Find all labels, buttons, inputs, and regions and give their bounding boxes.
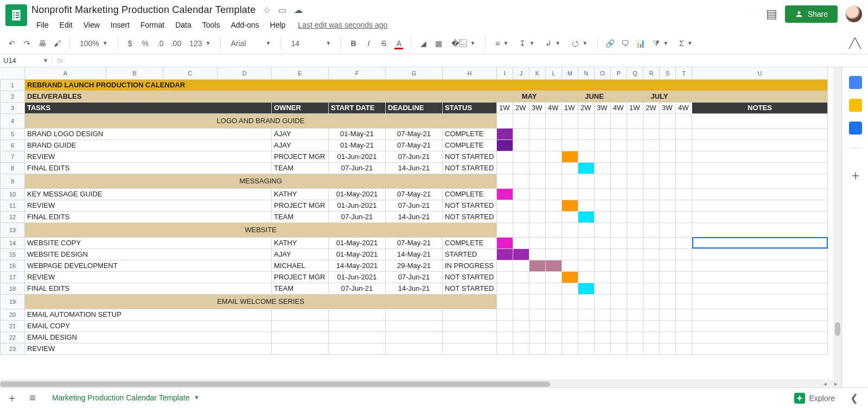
font-size-select[interactable]: 14▼ <box>286 36 335 51</box>
cell[interactable]: 16 <box>1 260 25 271</box>
cell[interactable] <box>643 162 660 174</box>
cell[interactable] <box>497 271 513 283</box>
cell[interactable] <box>660 139 676 151</box>
more-formats-select[interactable]: 123▼ <box>185 36 215 51</box>
cell[interactable] <box>611 200 627 211</box>
horizontal-scrollbar[interactable] <box>0 380 834 387</box>
cell[interactable] <box>562 320 578 331</box>
cell[interactable] <box>676 271 692 283</box>
cell[interactable]: 14-Jun-21 <box>386 162 443 174</box>
cell[interactable] <box>676 128 692 139</box>
cell[interactable] <box>676 174 692 188</box>
cell[interactable] <box>513 162 529 174</box>
cell[interactable] <box>692 188 828 200</box>
cell[interactable] <box>611 260 627 271</box>
cell[interactable]: COMPLETE <box>443 128 497 139</box>
sheet-nav-arrows[interactable]: ◂▸ <box>820 380 841 387</box>
cell[interactable]: 4W <box>546 102 562 113</box>
cell[interactable] <box>660 260 676 271</box>
cell[interactable] <box>562 222 578 237</box>
cell[interactable] <box>546 248 562 260</box>
comments-icon[interactable]: ▤ <box>766 7 777 21</box>
cell[interactable]: FINAL EDITS <box>25 162 272 174</box>
cell[interactable] <box>627 260 643 271</box>
cell[interactable] <box>627 113 643 128</box>
tasks-addon-icon[interactable] <box>849 122 862 135</box>
cell[interactable]: A <box>25 67 106 79</box>
cell[interactable] <box>660 151 676 162</box>
cell[interactable] <box>562 139 578 151</box>
cell[interactable] <box>578 320 595 331</box>
cell[interactable] <box>627 174 643 188</box>
cell[interactable] <box>497 283 513 294</box>
cell[interactable] <box>578 139 595 151</box>
cell[interactable]: D <box>218 67 272 79</box>
insert-link-icon[interactable]: 🔗 <box>603 36 616 51</box>
cell[interactable]: 07-Jun-21 <box>329 211 386 222</box>
cell[interactable] <box>578 248 595 260</box>
cell[interactable] <box>546 222 562 237</box>
cell[interactable] <box>611 139 627 151</box>
get-addons-icon[interactable]: ＋ <box>849 167 862 184</box>
cell[interactable] <box>595 211 611 222</box>
cell[interactable] <box>692 128 828 139</box>
cell[interactable] <box>692 200 828 211</box>
doc-title[interactable]: Nonprofit Marketing Production Calendar … <box>31 4 256 16</box>
cell[interactable] <box>578 128 595 139</box>
cell[interactable] <box>595 151 611 162</box>
horizontal-align-icon[interactable]: ≡▼ <box>491 36 513 51</box>
cell[interactable] <box>578 331 595 343</box>
cell[interactable] <box>443 320 497 331</box>
cell[interactable]: TEAM <box>272 211 329 222</box>
keep-addon-icon[interactable] <box>849 99 862 112</box>
cell[interactable] <box>660 320 676 331</box>
text-color-icon[interactable]: A <box>392 36 405 51</box>
cell[interactable] <box>643 200 660 211</box>
insert-comment-icon[interactable]: 🗨 <box>618 36 631 51</box>
menu-file[interactable]: File <box>31 20 54 30</box>
cell[interactable] <box>497 237 513 248</box>
cell[interactable]: 2W <box>513 102 529 113</box>
cell[interactable] <box>595 113 611 128</box>
cell[interactable] <box>692 294 828 309</box>
sheet-tab-menu-icon[interactable]: ▼ <box>194 394 199 400</box>
cell[interactable] <box>562 151 578 162</box>
cell[interactable] <box>578 260 595 271</box>
cell[interactable]: NOT STARTED <box>443 283 497 294</box>
cell[interactable]: IN PROGRESS <box>443 260 497 271</box>
cell[interactable] <box>529 294 546 309</box>
cell[interactable] <box>529 113 546 128</box>
cell[interactable] <box>643 294 660 309</box>
cell[interactable] <box>578 188 595 200</box>
cell[interactable] <box>546 151 562 162</box>
cell[interactable] <box>562 260 578 271</box>
cell[interactable] <box>676 211 692 222</box>
cell[interactable]: KATHY <box>272 188 329 200</box>
cell[interactable]: COMPLETE <box>443 237 497 248</box>
cell[interactable]: AJAY <box>272 128 329 139</box>
cell[interactable] <box>660 222 676 237</box>
cell[interactable] <box>660 343 676 354</box>
cell[interactable] <box>562 188 578 200</box>
cell[interactable]: P <box>611 67 627 79</box>
cell[interactable] <box>546 309 562 320</box>
cell[interactable] <box>595 260 611 271</box>
cell[interactable] <box>497 151 513 162</box>
cell[interactable]: 23 <box>1 343 25 354</box>
menu-edit[interactable]: Edit <box>55 20 78 30</box>
cell[interactable]: 4W <box>676 102 692 113</box>
cell[interactable] <box>546 128 562 139</box>
cell[interactable] <box>546 139 562 151</box>
cell[interactable]: MICHAEL <box>272 260 329 271</box>
cell[interactable] <box>546 211 562 222</box>
cell[interactable]: U <box>692 67 828 79</box>
cell[interactable] <box>595 294 611 309</box>
cell[interactable]: STARTED <box>443 248 497 260</box>
cell[interactable]: START DATE <box>329 102 386 113</box>
cell[interactable]: 7 <box>1 151 25 162</box>
cell[interactable]: TASKS <box>25 102 272 113</box>
cell[interactable] <box>692 331 828 343</box>
cell[interactable] <box>660 128 676 139</box>
cell[interactable] <box>595 128 611 139</box>
cell[interactable] <box>513 200 529 211</box>
